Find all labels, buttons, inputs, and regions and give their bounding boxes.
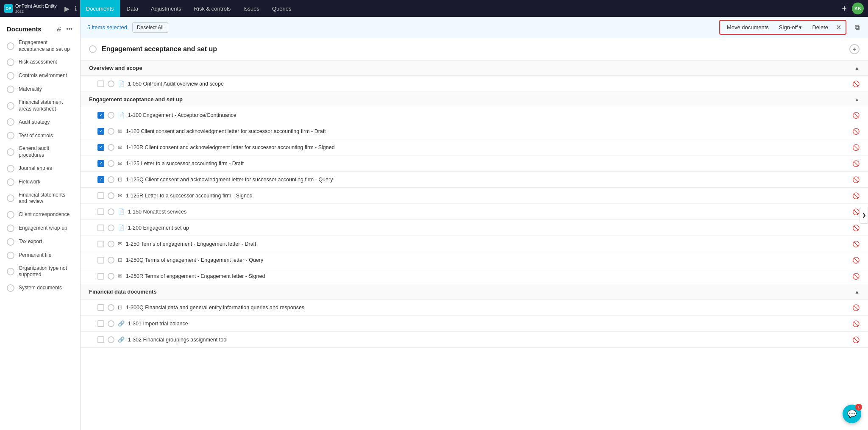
sidebar-item-tax[interactable]: Tax export <box>0 235 80 249</box>
sidebar-item-risk[interactable]: Risk assessment <box>0 55 80 69</box>
row-sub-checkbox-1150[interactable] <box>108 208 114 215</box>
row-checkbox-1250r[interactable] <box>97 273 104 280</box>
eye-icon-1125r[interactable]: 🚫 <box>852 192 860 199</box>
collapse-panel-button[interactable]: ❯ <box>860 207 868 224</box>
sidebar-more-button[interactable]: ••• <box>65 25 73 33</box>
sidebar-circle-permanent <box>7 252 14 259</box>
eye-icon-1302[interactable]: 🚫 <box>852 336 860 343</box>
row-checkbox-1301[interactable] <box>97 320 104 327</box>
sidebar-item-general-audit[interactable]: General audit procedures <box>0 142 80 161</box>
table-row: ✉ 1-250 Terms of engagement - Engagement… <box>81 236 868 252</box>
eye-icon-1120[interactable]: 🚫 <box>852 128 860 135</box>
sidebar-item-wrap-up[interactable]: Engagement wrap-up <box>0 222 80 235</box>
nav-add-button[interactable]: + <box>838 2 850 15</box>
copy-panel-button[interactable]: ⧉ <box>853 22 861 33</box>
table-row: 🔗 1-302 Financial groupings assignment t… <box>81 332 868 348</box>
eye-icon-1100[interactable]: 🚫 <box>852 112 860 119</box>
eye-icon-1200[interactable]: 🚫 <box>852 225 860 231</box>
eye-icon-1125[interactable]: 🚫 <box>852 160 860 167</box>
sidebar-item-test-controls[interactable]: Test of controls <box>0 129 80 142</box>
eye-icon-1150[interactable]: 🚫 <box>852 208 860 215</box>
tab-issues[interactable]: Issues <box>237 0 265 17</box>
row-checkbox-1250q[interactable] <box>97 257 104 264</box>
row-sub-checkbox-1200[interactable] <box>108 225 114 231</box>
row-sub-checkbox-1302[interactable] <box>108 336 114 343</box>
sidebar-item-fieldwork[interactable]: Fieldwork <box>0 175 80 189</box>
close-action-button[interactable]: ✕ <box>835 22 842 32</box>
tab-queries[interactable]: Queries <box>266 0 298 17</box>
row-sub-checkbox-1125q[interactable] <box>108 176 114 183</box>
row-checkbox-1120r[interactable] <box>97 144 104 151</box>
tab-risk-controls[interactable]: Risk & controls <box>188 0 237 17</box>
row-sub-checkbox-1100[interactable] <box>108 112 114 119</box>
section-engagement-header[interactable]: Engagement acceptance and set up ▲ <box>81 92 868 107</box>
row-sub-checkbox-1250r[interactable] <box>108 273 114 280</box>
doc-add-button[interactable]: + <box>849 44 860 54</box>
sidebar-item-client-corr[interactable]: Client correspondence <box>0 208 80 222</box>
top-navigation: OP OnPoint Audit Entity 2022 ▶ ℹ Documen… <box>0 0 868 17</box>
row-sub-checkbox-1250q[interactable] <box>108 257 114 264</box>
eye-icon-1250[interactable]: 🚫 <box>852 241 860 247</box>
eye-icon-1250q[interactable]: 🚫 <box>852 257 860 264</box>
row-sub-checkbox-1125[interactable] <box>108 160 114 167</box>
row-checkbox-1250[interactable] <box>97 241 104 247</box>
eye-icon-1300q[interactable]: 🚫 <box>852 304 860 311</box>
sidebar-item-materiality[interactable]: Materiality <box>0 83 80 96</box>
doc-header-checkbox[interactable] <box>89 45 97 53</box>
eye-icon-1050[interactable]: 🚫 <box>852 80 860 87</box>
row-checkbox-1125q[interactable] <box>97 176 104 183</box>
sign-off-button[interactable]: Sign-off ▾ <box>776 22 806 32</box>
sidebar-item-financial-stmt[interactable]: Financial statement areas worksheet <box>0 96 80 115</box>
row-checkbox-1120[interactable] <box>97 128 104 135</box>
sidebar-item-audit-strategy[interactable]: Audit strategy <box>0 115 80 129</box>
eye-icon-1301[interactable]: 🚫 <box>852 320 860 327</box>
tab-adjustments[interactable]: Adjustments <box>145 0 187 17</box>
section-financial-data-header[interactable]: Financial data documents ▲ <box>81 284 868 300</box>
sidebar-circle-tax <box>7 238 14 246</box>
move-documents-button[interactable]: Move documents <box>723 22 772 32</box>
deselect-all-button[interactable]: Deselect All <box>132 22 168 33</box>
sidebar-item-engagement[interactable]: Engagement acceptance and set up <box>0 36 80 55</box>
row-checkbox-1125[interactable] <box>97 160 104 167</box>
row-sub-checkbox-1120r[interactable] <box>108 144 114 151</box>
sidebar-item-controls-env[interactable]: Controls environment <box>0 69 80 83</box>
tab-data[interactable]: Data <box>121 0 144 17</box>
row-checkbox-1100[interactable] <box>97 112 104 119</box>
table-row: ✉ 1-125R Letter to a successor accountin… <box>81 188 868 204</box>
chat-bubble[interactable]: 💬 1 <box>843 405 861 423</box>
section-overview-header[interactable]: Overview and scope ▲ <box>81 61 868 76</box>
eye-icon-1125q[interactable]: 🚫 <box>852 176 860 183</box>
sidebar-item-permanent[interactable]: Permanent file <box>0 249 80 262</box>
sidebar-item-journal[interactable]: Journal entries <box>0 162 80 175</box>
row-sub-checkbox-1250[interactable] <box>108 241 114 247</box>
sidebar-print-button[interactable]: 🖨 <box>55 25 63 33</box>
row-sub-checkbox-1300q[interactable] <box>108 304 114 311</box>
row-sub-checkbox-1125r[interactable] <box>108 192 114 199</box>
sidebar-circle-financial-stmt <box>7 102 14 110</box>
row-checkbox-1050[interactable] <box>97 80 104 87</box>
app-logo: OP OnPoint Audit Entity 2022 <box>4 3 57 13</box>
eye-icon-1120r[interactable]: 🚫 <box>852 144 860 151</box>
tab-documents[interactable]: Documents <box>80 0 120 17</box>
row-sub-checkbox-1050[interactable] <box>108 80 114 87</box>
row-checkbox-1150[interactable] <box>97 208 104 215</box>
row-checkbox-1302[interactable] <box>97 336 104 343</box>
mail-icon-1125: ✉ <box>118 160 122 166</box>
sidebar-label-org-not-supported: Organization type not supported <box>19 265 73 278</box>
row-checkbox-1125r[interactable] <box>97 192 104 199</box>
flag-button[interactable]: ▶ <box>63 3 71 14</box>
info-button[interactable]: ℹ <box>73 3 78 14</box>
section-overview-chevron: ▲ <box>854 65 860 71</box>
content-area: 5 items selected Deselect All Move docum… <box>81 17 868 430</box>
table-row: 📄 1-100 Engagement - Acceptance/Continua… <box>81 107 868 123</box>
row-checkbox-1200[interactable] <box>97 225 104 231</box>
row-sub-checkbox-1301[interactable] <box>108 320 114 327</box>
row-sub-checkbox-1120[interactable] <box>108 128 114 135</box>
sidebar-item-system-docs[interactable]: System documents <box>0 281 80 295</box>
row-checkbox-1300q[interactable] <box>97 304 104 311</box>
sidebar-item-fin-statements[interactable]: Financial statements and review <box>0 189 80 208</box>
sidebar-item-org-not-supported[interactable]: Organization type not supported <box>0 262 80 281</box>
sidebar-label-controls-env: Controls environment <box>19 72 67 79</box>
eye-icon-1250r[interactable]: 🚫 <box>852 273 860 280</box>
delete-button[interactable]: Delete <box>809 22 832 32</box>
